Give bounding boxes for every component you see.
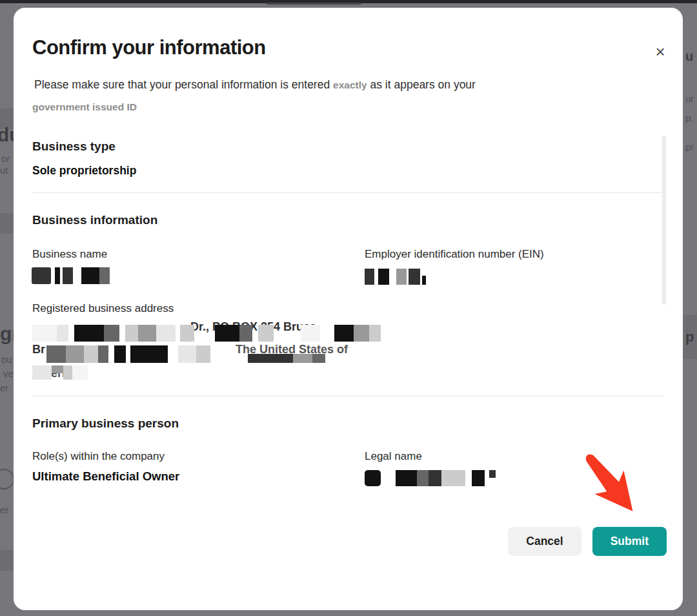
legal-name-redacted-value xyxy=(365,470,496,486)
section-heading-primary-person: Primary business person xyxy=(32,416,179,431)
section-heading-business-type: Business type xyxy=(32,139,116,154)
backdrop-text-fragment: er xyxy=(0,505,8,516)
divider xyxy=(32,396,663,396)
address-redacted-line3: America xyxy=(32,363,484,385)
subtitle-lead: Please make sure that your personal info… xyxy=(34,78,330,91)
backdrop-text-fragment: ou xyxy=(1,354,12,365)
business-name-redacted-value xyxy=(32,267,110,284)
address-line2-visible-start: Br xyxy=(32,343,45,356)
backdrop-text-fragment: p. xyxy=(685,113,694,124)
business-type-value: Sole proprietorship xyxy=(32,164,136,178)
close-icon[interactable]: × xyxy=(650,41,671,62)
divider xyxy=(32,192,663,193)
address-redacted-line2: Br The United States of xyxy=(32,342,484,364)
business-name-label: Business name xyxy=(32,248,107,261)
backdrop-text-fragment: u xyxy=(685,49,693,63)
dialog-subtitle-line2: government issued ID xyxy=(32,96,137,118)
section-heading-business-information: Business information xyxy=(32,213,157,227)
dialog-scrollbar[interactable] xyxy=(662,136,666,305)
subtitle-tail: as it appears on your xyxy=(370,78,476,91)
backdrop-text-fragment: p xyxy=(685,329,694,345)
address-redacted-line1: Dr., PO BOX 254 Bruce xyxy=(32,320,484,342)
subtitle-emphasis: exactly xyxy=(333,79,367,90)
role-value: Ultimate Beneficial Owner xyxy=(32,469,179,484)
backdrop-tab-line xyxy=(267,3,361,5)
ein-label: Employer identification number (EIN) xyxy=(365,248,544,261)
cancel-button[interactable]: Cancel xyxy=(508,527,581,556)
role-label: Role(s) within the company xyxy=(32,450,165,463)
dialog-title: Confirm your information xyxy=(32,36,266,59)
registered-address-label: Registered business address xyxy=(32,302,174,315)
backdrop-text-fragment: ve xyxy=(3,369,14,380)
legal-name-label: Legal name xyxy=(365,450,422,463)
dialog-actions: Cancel Submit xyxy=(508,527,667,556)
ein-redacted-value xyxy=(365,269,426,285)
backdrop-band xyxy=(0,213,14,234)
backdrop-text-fragment: ur xyxy=(685,94,694,105)
dialog-subtitle: Please make sure that your personal info… xyxy=(34,74,628,96)
submit-button[interactable]: Submit xyxy=(592,527,667,556)
backdrop-radio-circle xyxy=(0,469,14,489)
backdrop-text-fragment: or xyxy=(1,154,10,165)
backdrop-text-fragment: pr xyxy=(685,142,694,153)
confirm-information-dialog: Confirm your information × Please make s… xyxy=(14,8,683,610)
backdrop-band xyxy=(0,550,14,571)
backdrop-text-fragment: er xyxy=(0,383,8,394)
backdrop-text-fragment: ut xyxy=(0,165,8,176)
